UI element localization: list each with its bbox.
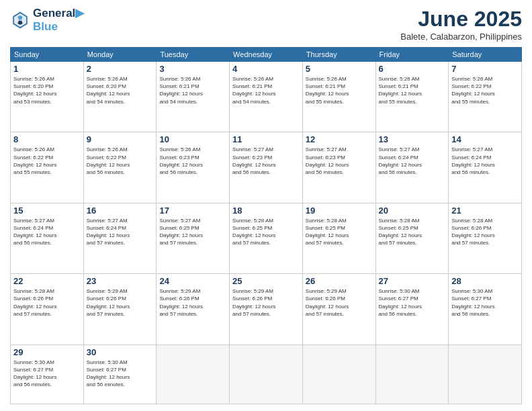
table-row: 22 Sunrise: 5:28 AMSunset: 6:26 PMDaylig… bbox=[11, 274, 522, 345]
logo: General▶ Blue bbox=[10, 7, 84, 33]
day-cell-14: 14 Sunrise: 5:27 AMSunset: 6:24 PMDaylig… bbox=[449, 132, 522, 203]
header-friday: Friday bbox=[375, 48, 449, 62]
location: Balete, Calabarzon, Philippines bbox=[400, 32, 522, 42]
day-cell-24: 24 Sunrise: 5:29 AMSunset: 6:26 PMDaylig… bbox=[157, 274, 230, 345]
day-info: Sunrise: 5:26 AMSunset: 6:22 PMDaylight:… bbox=[13, 146, 81, 176]
calendar-table: Sunday Monday Tuesday Wednesday Thursday… bbox=[10, 47, 522, 404]
empty-cell bbox=[230, 345, 303, 404]
day-info: Sunrise: 5:28 AMSunset: 6:25 PMDaylight:… bbox=[232, 217, 300, 247]
empty-cell bbox=[157, 345, 230, 404]
logo-icon bbox=[10, 10, 30, 30]
day-number: 1 bbox=[13, 64, 81, 74]
day-number: 29 bbox=[13, 347, 81, 357]
day-cell-3: 3 Sunrise: 5:26 AMSunset: 6:21 PMDayligh… bbox=[157, 62, 230, 132]
day-info: Sunrise: 5:26 AMSunset: 6:21 PMDaylight:… bbox=[379, 75, 446, 105]
table-row: 8 Sunrise: 5:26 AMSunset: 6:22 PMDayligh… bbox=[11, 132, 522, 203]
day-info: Sunrise: 5:30 AMSunset: 6:27 PMDaylight:… bbox=[379, 287, 446, 318]
table-row: 1 Sunrise: 5:26 AMSunset: 6:20 PMDayligh… bbox=[11, 62, 522, 132]
day-cell-15: 15 Sunrise: 5:27 AMSunset: 6:24 PMDaylig… bbox=[11, 203, 84, 273]
day-cell-5: 5 Sunrise: 5:26 AMSunset: 6:21 PMDayligh… bbox=[302, 62, 375, 132]
day-info: Sunrise: 5:26 AMSunset: 6:21 PMDaylight:… bbox=[159, 75, 226, 105]
day-cell-6: 6 Sunrise: 5:26 AMSunset: 6:21 PMDayligh… bbox=[375, 62, 449, 132]
day-number: 10 bbox=[159, 134, 226, 144]
day-info: Sunrise: 5:26 AMSunset: 6:20 PMDaylight:… bbox=[13, 75, 81, 105]
day-cell-1: 1 Sunrise: 5:26 AMSunset: 6:20 PMDayligh… bbox=[11, 62, 84, 132]
day-number: 22 bbox=[13, 276, 81, 286]
day-number: 28 bbox=[451, 276, 519, 286]
day-number: 15 bbox=[13, 205, 81, 216]
day-info: Sunrise: 5:26 AMSunset: 6:21 PMDaylight:… bbox=[306, 75, 373, 105]
day-number: 4 bbox=[232, 64, 300, 74]
day-cell-26: 26 Sunrise: 5:29 AMSunset: 6:26 PMDaylig… bbox=[302, 274, 375, 345]
day-number: 30 bbox=[87, 347, 154, 357]
day-cell-13: 13 Sunrise: 5:27 AMSunset: 6:24 PMDaylig… bbox=[375, 132, 449, 203]
day-number: 5 bbox=[306, 64, 373, 74]
header-monday: Monday bbox=[83, 48, 157, 62]
day-number: 8 bbox=[13, 134, 81, 144]
day-cell-25: 25 Sunrise: 5:29 AMSunset: 6:26 PMDaylig… bbox=[230, 274, 303, 345]
day-number: 27 bbox=[379, 276, 446, 286]
day-number: 25 bbox=[232, 276, 300, 286]
day-info: Sunrise: 5:26 AMSunset: 6:23 PMDaylight:… bbox=[159, 146, 226, 176]
table-row: 29 Sunrise: 5:30 AMSunset: 6:27 PMDaylig… bbox=[11, 345, 522, 404]
day-info: Sunrise: 5:27 AMSunset: 6:24 PMDaylight:… bbox=[379, 146, 446, 176]
empty-cell bbox=[302, 345, 375, 404]
day-cell-8: 8 Sunrise: 5:26 AMSunset: 6:22 PMDayligh… bbox=[11, 132, 84, 203]
day-number: 3 bbox=[159, 64, 226, 74]
day-info: Sunrise: 5:27 AMSunset: 6:24 PMDaylight:… bbox=[13, 217, 81, 247]
day-cell-28: 28 Sunrise: 5:30 AMSunset: 6:27 PMDaylig… bbox=[449, 274, 522, 345]
day-cell-22: 22 Sunrise: 5:28 AMSunset: 6:26 PMDaylig… bbox=[11, 274, 84, 345]
day-number: 13 bbox=[379, 134, 446, 144]
day-number: 21 bbox=[451, 205, 519, 216]
empty-cell bbox=[449, 345, 522, 404]
day-info: Sunrise: 5:27 AMSunset: 6:23 PMDaylight:… bbox=[306, 146, 373, 176]
day-number: 17 bbox=[159, 205, 226, 216]
day-cell-30: 30 Sunrise: 5:30 AMSunset: 6:27 PMDaylig… bbox=[83, 345, 157, 404]
day-cell-9: 9 Sunrise: 5:26 AMSunset: 6:22 PMDayligh… bbox=[83, 132, 157, 203]
header-tuesday: Tuesday bbox=[157, 48, 230, 62]
day-cell-17: 17 Sunrise: 5:27 AMSunset: 6:25 PMDaylig… bbox=[157, 203, 230, 273]
day-number: 6 bbox=[379, 64, 446, 74]
day-cell-11: 11 Sunrise: 5:27 AMSunset: 6:23 PMDaylig… bbox=[230, 132, 303, 203]
day-cell-18: 18 Sunrise: 5:28 AMSunset: 6:25 PMDaylig… bbox=[230, 203, 303, 273]
day-info: Sunrise: 5:27 AMSunset: 6:23 PMDaylight:… bbox=[232, 146, 300, 176]
day-number: 16 bbox=[87, 205, 154, 216]
day-info: Sunrise: 5:30 AMSunset: 6:27 PMDaylight:… bbox=[87, 359, 154, 389]
month-title: June 2025 bbox=[400, 7, 522, 32]
empty-cell bbox=[375, 345, 449, 404]
day-info: Sunrise: 5:28 AMSunset: 6:26 PMDaylight:… bbox=[13, 287, 81, 318]
day-number: 12 bbox=[306, 134, 373, 144]
day-info: Sunrise: 5:27 AMSunset: 6:24 PMDaylight:… bbox=[451, 146, 519, 176]
calendar-page: General▶ Blue June 2025 Balete, Calabarz… bbox=[0, 0, 532, 411]
svg-marker-0 bbox=[12, 11, 28, 29]
day-number: 7 bbox=[451, 64, 519, 74]
logo-text: General▶ Blue bbox=[33, 7, 84, 33]
day-info: Sunrise: 5:27 AMSunset: 6:25 PMDaylight:… bbox=[159, 217, 226, 247]
day-info: Sunrise: 5:26 AMSunset: 6:20 PMDaylight:… bbox=[87, 75, 154, 105]
day-cell-10: 10 Sunrise: 5:26 AMSunset: 6:23 PMDaylig… bbox=[157, 132, 230, 203]
day-number: 11 bbox=[232, 134, 300, 144]
title-block: June 2025 Balete, Calabarzon, Philippine… bbox=[400, 7, 522, 42]
day-info: Sunrise: 5:30 AMSunset: 6:27 PMDaylight:… bbox=[13, 359, 81, 389]
day-info: Sunrise: 5:26 AMSunset: 6:22 PMDaylight:… bbox=[87, 146, 154, 176]
day-info: Sunrise: 5:28 AMSunset: 6:26 PMDaylight:… bbox=[451, 217, 519, 247]
weekday-header-row: Sunday Monday Tuesday Wednesday Thursday… bbox=[11, 48, 522, 62]
day-cell-12: 12 Sunrise: 5:27 AMSunset: 6:23 PMDaylig… bbox=[302, 132, 375, 203]
day-info: Sunrise: 5:26 AMSunset: 6:22 PMDaylight:… bbox=[451, 75, 519, 105]
day-info: Sunrise: 5:29 AMSunset: 6:26 PMDaylight:… bbox=[306, 287, 373, 318]
day-cell-16: 16 Sunrise: 5:27 AMSunset: 6:24 PMDaylig… bbox=[83, 203, 157, 273]
day-info: Sunrise: 5:26 AMSunset: 6:21 PMDaylight:… bbox=[232, 75, 300, 105]
day-number: 19 bbox=[306, 205, 373, 216]
header-sunday: Sunday bbox=[11, 48, 84, 62]
day-cell-7: 7 Sunrise: 5:26 AMSunset: 6:22 PMDayligh… bbox=[449, 62, 522, 132]
day-number: 26 bbox=[306, 276, 373, 286]
day-info: Sunrise: 5:28 AMSunset: 6:25 PMDaylight:… bbox=[306, 217, 373, 247]
day-cell-21: 21 Sunrise: 5:28 AMSunset: 6:26 PMDaylig… bbox=[449, 203, 522, 273]
day-cell-4: 4 Sunrise: 5:26 AMSunset: 6:21 PMDayligh… bbox=[230, 62, 303, 132]
table-row: 15 Sunrise: 5:27 AMSunset: 6:24 PMDaylig… bbox=[11, 203, 522, 273]
day-number: 14 bbox=[451, 134, 519, 144]
header-thursday: Thursday bbox=[302, 48, 375, 62]
day-number: 23 bbox=[87, 276, 154, 286]
day-number: 2 bbox=[87, 64, 154, 74]
day-cell-27: 27 Sunrise: 5:30 AMSunset: 6:27 PMDaylig… bbox=[375, 274, 449, 345]
